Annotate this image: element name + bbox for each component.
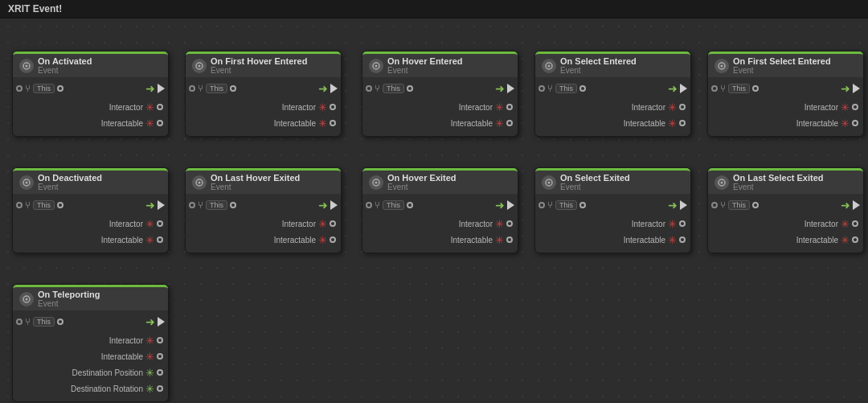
pin-type-icon: ✳ xyxy=(668,234,677,246)
output-pin[interactable] xyxy=(506,220,513,227)
this-badge: This xyxy=(383,200,404,210)
this-out-pin[interactable] xyxy=(407,85,413,92)
output-pin[interactable] xyxy=(679,236,686,243)
output-pin[interactable] xyxy=(506,104,513,110)
output-pin[interactable] xyxy=(157,353,163,360)
this-out-pin[interactable] xyxy=(579,85,586,92)
output-pin[interactable] xyxy=(852,104,858,110)
output-pin[interactable] xyxy=(852,220,858,227)
output-pin[interactable] xyxy=(506,236,513,243)
exec-in-pin[interactable] xyxy=(16,85,23,92)
output-pin[interactable] xyxy=(852,120,858,126)
svg-point-21 xyxy=(26,298,28,300)
exec-triangle[interactable] xyxy=(853,84,860,93)
exec-triangle[interactable] xyxy=(507,200,514,210)
output-pin[interactable] xyxy=(330,104,336,110)
node-on-deactivated[interactable]: On DeactivatedEvent⑂This➜Interactor✳Inte… xyxy=(12,167,169,253)
this-badge: This xyxy=(206,200,227,210)
output-pin[interactable] xyxy=(679,104,686,110)
this-out-pin[interactable] xyxy=(752,85,759,92)
output-pin[interactable] xyxy=(157,369,163,376)
exec-in-pin[interactable] xyxy=(189,202,195,208)
node-body-on-hover-exited: ⑂This➜Interactor✳Interactable✳ xyxy=(362,194,518,253)
this-out-pin[interactable] xyxy=(407,202,413,208)
node-subtitle-on-last-hover-exited: Event xyxy=(211,183,300,191)
right-exec-pins: ➜ xyxy=(841,199,860,211)
node-on-hover-entered[interactable]: On Hover EnteredEvent⑂This➜Interactor✳In… xyxy=(362,51,518,137)
pin-type-icon: ✳ xyxy=(318,117,327,130)
node-on-teleporting[interactable]: On TeleportingEvent⑂This➜Interactor✳Inte… xyxy=(12,284,169,402)
node-on-last-select-exited[interactable]: On Last Select ExitedEvent⑂This➜Interact… xyxy=(707,167,864,253)
node-header-on-select-exited: On Select ExitedEvent xyxy=(535,168,690,194)
exec-triangle[interactable] xyxy=(330,200,338,210)
this-out-pin[interactable] xyxy=(57,202,63,208)
exec-in-pin[interactable] xyxy=(189,85,195,92)
exec-triangle[interactable] xyxy=(158,84,165,93)
node-header-on-select-entered: On Select EnteredEvent xyxy=(535,51,690,77)
node-on-select-entered[interactable]: On Select EnteredEvent⑂This➜Interactor✳I… xyxy=(534,51,691,137)
this-out-pin[interactable] xyxy=(57,319,63,325)
output-pin[interactable] xyxy=(852,236,858,243)
right-exec-pins: ➜ xyxy=(668,83,687,94)
output-pin[interactable] xyxy=(157,385,163,392)
exec-in-pin[interactable] xyxy=(16,202,23,208)
output-pin[interactable] xyxy=(506,120,513,126)
exec-in-pin[interactable] xyxy=(538,202,545,208)
output-pin[interactable] xyxy=(330,220,336,227)
output-pin[interactable] xyxy=(330,120,336,126)
node-on-activated[interactable]: On ActivatedEvent⑂This➜Interactor✳Intera… xyxy=(12,51,169,137)
exec-triangle[interactable] xyxy=(680,200,687,210)
pin-type-icon: ✳ xyxy=(668,117,677,130)
node-subtitle-on-deactivated: Event xyxy=(38,183,102,191)
output-row-interactor: Interactor✳ xyxy=(535,216,690,232)
output-pin[interactable] xyxy=(157,120,163,126)
this-out-pin[interactable] xyxy=(230,202,236,208)
fork-icon: ⑂ xyxy=(547,83,553,94)
fork-icon: ⑂ xyxy=(720,83,726,94)
node-subtitle-on-hover-entered: Event xyxy=(387,66,463,75)
output-pin[interactable] xyxy=(157,337,163,343)
this-out-pin[interactable] xyxy=(57,85,63,92)
exec-arrow: ➜ xyxy=(145,316,155,327)
this-out-pin[interactable] xyxy=(752,202,759,208)
exec-in-pin[interactable] xyxy=(711,202,718,208)
pin-type-icon: ✳ xyxy=(495,218,504,230)
node-on-last-hover-exited[interactable]: On Last Hover ExitedEvent⑂This➜Interacto… xyxy=(185,167,342,253)
output-row-interactable: Interactable✳ xyxy=(708,115,863,131)
exec-in-pin[interactable] xyxy=(711,85,718,92)
right-exec-pins: ➜ xyxy=(145,83,165,94)
pin-type-icon: ✳ xyxy=(318,101,327,113)
exec-in-pin[interactable] xyxy=(366,202,372,208)
pin-type-icon: ✳ xyxy=(145,234,154,246)
event-icon xyxy=(542,59,556,73)
node-on-first-select-entered[interactable]: On First Select EnteredEvent⑂This➜Intera… xyxy=(707,51,864,137)
exec-triangle[interactable] xyxy=(853,200,860,210)
exec-triangle[interactable] xyxy=(158,200,165,210)
svg-point-1 xyxy=(26,64,28,67)
output-pin[interactable] xyxy=(157,104,163,110)
node-body-on-teleporting: ⑂This➜Interactor✳Interactable✳Destinatio… xyxy=(13,310,168,401)
exec-triangle[interactable] xyxy=(330,84,338,93)
pin-type-icon: ✳ xyxy=(495,101,504,113)
node-on-select-exited[interactable]: On Select ExitedEvent⑂This➜Interactor✳In… xyxy=(534,167,691,253)
this-out-pin[interactable] xyxy=(579,202,586,208)
output-pin[interactable] xyxy=(330,236,336,243)
output-pin[interactable] xyxy=(679,120,686,126)
output-row-interactable: Interactable✳ xyxy=(13,115,168,131)
output-row-destination-rotation: Destination Rotation✳ xyxy=(13,380,168,397)
exec-in-pin[interactable] xyxy=(366,85,372,92)
exec-triangle[interactable] xyxy=(507,84,514,93)
exec-triangle[interactable] xyxy=(680,84,687,93)
exec-triangle[interactable] xyxy=(158,317,165,327)
node-on-first-hover-entered[interactable]: On First Hover EnteredEvent⑂This➜Interac… xyxy=(185,51,342,137)
pin-type-icon: ✳ xyxy=(668,218,677,230)
this-out-pin[interactable] xyxy=(230,85,236,92)
svg-point-9 xyxy=(721,64,723,67)
output-pin[interactable] xyxy=(157,236,163,243)
pin-type-icon: ✳ xyxy=(145,117,154,130)
node-on-hover-exited[interactable]: On Hover ExitedEvent⑂This➜Interactor✳Int… xyxy=(362,167,518,253)
output-pin[interactable] xyxy=(679,220,686,227)
output-pin[interactable] xyxy=(157,220,163,227)
exec-in-pin[interactable] xyxy=(16,319,23,325)
exec-in-pin[interactable] xyxy=(538,85,545,92)
